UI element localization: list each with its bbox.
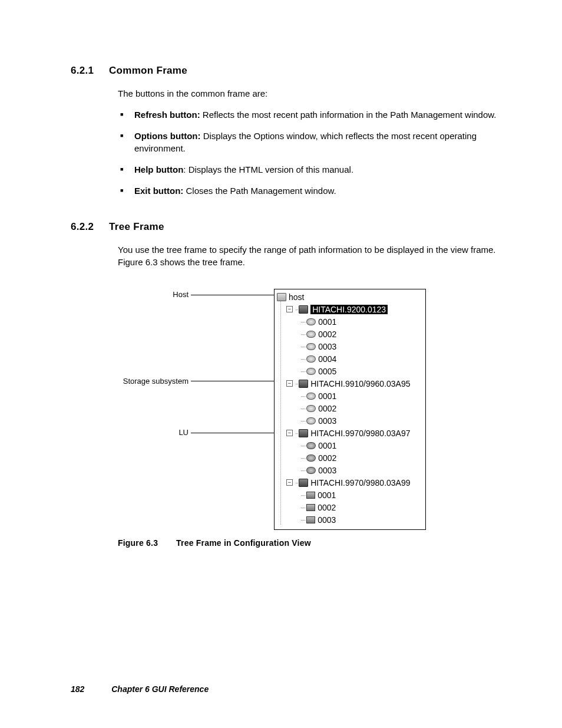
tree-lu-label: 0001	[318, 441, 336, 450]
tree-lu[interactable]: ····0005	[277, 365, 423, 377]
tree-panel: host−··HITACHI.9200.0123····0001····0002…	[274, 289, 426, 530]
tree-lu[interactable]: ····0002	[277, 452, 423, 464]
tree-lu-label: 0004	[318, 354, 336, 364]
tree-lu[interactable]: ····0003	[277, 414, 423, 427]
tree-connector: ····	[300, 454, 305, 462]
tree-connector: ····	[300, 504, 305, 511]
tree-lu-label: 0005	[318, 367, 336, 376]
tree-connector: ····	[300, 393, 305, 400]
section-number: 6.2.1	[71, 65, 109, 77]
chapter-label: Chapter 6 GUI Reference	[111, 684, 209, 694]
tree-lu[interactable]: ····0004	[277, 353, 423, 365]
collapse-icon[interactable]: −	[286, 380, 293, 387]
tree-subsystem[interactable]: −··HITACHI.9200.0123	[277, 303, 423, 315]
bullet-label: Help button	[134, 164, 183, 174]
tree-connector: ····	[300, 343, 305, 350]
tree-subsystem-label: HITACHI.9200.0123	[310, 305, 388, 314]
tree-subsystem[interactable]: −··HITACHI.9910/9960.03A95	[277, 377, 423, 390]
disk-icon	[306, 417, 316, 424]
tree-lu[interactable]: ····0001	[277, 390, 423, 402]
tree-connector: ··	[295, 430, 297, 437]
storage-icon	[299, 479, 308, 487]
figure-6-3: Host Storage subsystem LU host−··HITACHI…	[118, 289, 509, 548]
tree-lu-label: 0003	[318, 515, 336, 525]
tree-lu-label: 0003	[318, 416, 336, 426]
tree-lu-label: 0002	[318, 330, 336, 339]
tree-connector: ····	[300, 355, 305, 363]
bullet-item: Refresh button: Reflects the most recent…	[118, 108, 509, 121]
bullet-list: Refresh button: Reflects the most recent…	[118, 108, 509, 197]
host-icon	[277, 293, 286, 301]
tree-lu-label: 0001	[318, 317, 336, 327]
tree-lu[interactable]: ····0001	[277, 489, 423, 501]
tree-connector: ····	[300, 318, 305, 325]
tree-connector: ····	[300, 492, 305, 499]
tree-subsystem[interactable]: −··HITACHI.9970/9980.03A99	[277, 476, 423, 489]
bullet-item: Exit button: Closes the Path Management …	[118, 185, 509, 197]
tree-connector: ····	[300, 405, 305, 412]
collapse-icon[interactable]: −	[286, 306, 293, 312]
bullet-item: Options button: Displays the Options win…	[118, 130, 509, 156]
disk-icon	[306, 318, 316, 325]
tree-connector: ····	[300, 442, 305, 449]
tree-guide	[280, 301, 281, 525]
section-title: Tree Frame	[109, 221, 164, 233]
tree-connector: ··	[295, 306, 297, 313]
disk-icon	[306, 355, 316, 363]
disk-icon	[306, 467, 316, 474]
disk-icon	[306, 368, 316, 375]
section1-intro: The buttons in the common frame are:	[118, 87, 509, 100]
section2-para: You use the tree frame to specify the ra…	[118, 243, 509, 269]
tree-root[interactable]: host	[277, 291, 423, 303]
tree-lu[interactable]: ····0003	[277, 513, 423, 526]
figure-caption-text: Tree Frame in Configuration View	[176, 538, 311, 548]
tree-lu[interactable]: ····0001	[277, 315, 423, 328]
disk-icon	[306, 442, 316, 449]
section-heading-622: 6.2.2 Tree Frame	[71, 221, 509, 233]
lu-icon	[306, 504, 315, 511]
bullet-label: Exit button:	[134, 186, 183, 196]
section-heading-621: 6.2.1 Common Frame	[71, 65, 509, 77]
collapse-icon[interactable]: −	[286, 430, 293, 436]
annotation-host: Host	[118, 290, 189, 299]
lu-icon	[306, 516, 315, 523]
tree-subsystem-label: HITACHI.9910/9960.03A95	[310, 379, 410, 388]
tree-lu-label: 0002	[318, 453, 336, 463]
tree-lu-label: 0002	[318, 404, 336, 413]
tree-subsystem-label: HITACHI.9970/9980.03A97	[310, 429, 410, 438]
section-number: 6.2.2	[71, 221, 109, 233]
tree-subsystem-label: HITACHI.9970/9980.03A99	[310, 478, 410, 487]
section-title: Common Frame	[109, 65, 187, 77]
page-number: 182	[71, 684, 84, 694]
tree-root-label: host	[289, 292, 304, 302]
tree-lu[interactable]: ····0002	[277, 501, 423, 513]
collapse-icon[interactable]: −	[286, 479, 293, 486]
figure-number: Figure 6.3	[118, 538, 174, 548]
tree-lu-label: 0003	[318, 342, 336, 351]
leader-line	[191, 381, 285, 381]
disk-icon	[306, 393, 316, 400]
disk-icon	[306, 331, 316, 338]
tree-lu[interactable]: ····0003	[277, 340, 423, 353]
tree-connector: ··	[295, 380, 297, 387]
tree-subsystem[interactable]: −··HITACHI.9970/9980.03A97	[277, 427, 423, 439]
tree-lu[interactable]: ····0003	[277, 464, 423, 476]
tree-connector: ····	[300, 417, 305, 424]
tree-lu[interactable]: ····0001	[277, 439, 423, 452]
tree-lu-label: 0002	[318, 503, 336, 512]
bullet-desc: : Displays the HTML version of this manu…	[183, 164, 353, 174]
tree-lu-label: 0003	[318, 466, 336, 475]
tree-connector: ····	[300, 331, 305, 338]
disk-icon	[306, 454, 316, 462]
storage-icon	[299, 380, 308, 388]
tree-lu-label: 0001	[318, 391, 336, 401]
figure-caption: Figure 6.3 Tree Frame in Configuration V…	[118, 538, 509, 548]
annotation-storage: Storage subsystem	[118, 377, 189, 386]
storage-icon	[299, 305, 308, 314]
tree-lu[interactable]: ····0002	[277, 328, 423, 340]
bullet-desc: Reflects the most recent path informatio…	[200, 110, 497, 120]
disk-icon	[306, 405, 316, 412]
tree-lu[interactable]: ····0002	[277, 402, 423, 414]
lu-icon	[306, 492, 315, 499]
leader-line	[191, 295, 279, 295]
